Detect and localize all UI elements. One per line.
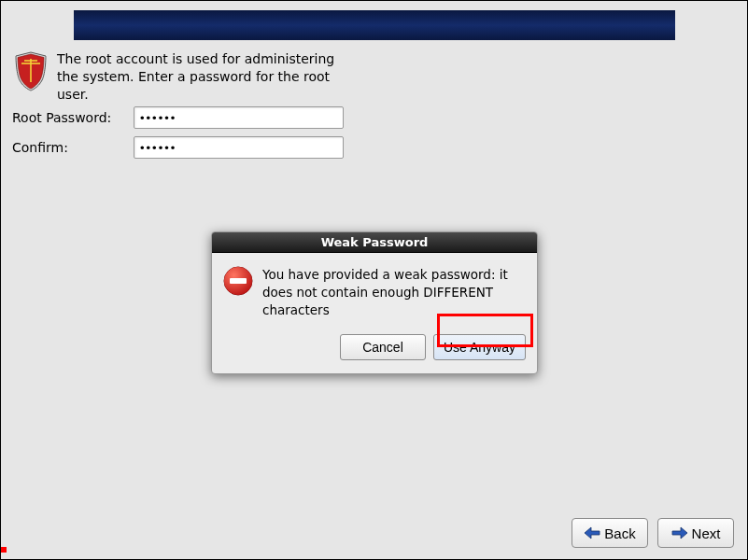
annotation-highlight [1, 547, 7, 553]
back-button-label: Back [604, 525, 635, 541]
svg-rect-5 [230, 278, 247, 284]
dialog-title: Weak Password [212, 232, 537, 253]
next-button[interactable]: Next [657, 518, 734, 548]
confirm-password-row: Confirm: [12, 136, 344, 159]
intro-row: The root account is used for administeri… [12, 50, 356, 104]
root-password-label: Root Password: [12, 110, 134, 125]
confirm-password-label: Confirm: [12, 140, 134, 155]
weak-password-dialog: Weak Password You have provided a weak p… [211, 231, 538, 374]
back-button[interactable]: Back [572, 518, 648, 548]
next-button-label: Next [692, 525, 721, 541]
error-icon [223, 266, 253, 296]
dialog-buttons: Cancel Use Anyway [212, 327, 537, 373]
confirm-password-input[interactable] [134, 136, 344, 159]
dialog-body: You have provided a weak password: it do… [212, 253, 537, 327]
use-anyway-button[interactable]: Use Anyway [433, 334, 526, 360]
top-banner [74, 10, 675, 40]
shield-icon [12, 50, 49, 91]
arrow-left-icon [584, 526, 600, 539]
intro-text: The root account is used for administeri… [57, 50, 356, 104]
cancel-button-label: Cancel [362, 340, 403, 355]
cancel-button[interactable]: Cancel [340, 334, 426, 360]
dialog-message: You have provided a weak password: it do… [262, 266, 526, 319]
arrow-right-icon [671, 526, 688, 539]
root-password-row: Root Password: [12, 106, 344, 129]
root-password-input[interactable] [134, 106, 344, 129]
use-anyway-button-label: Use Anyway [444, 340, 515, 355]
